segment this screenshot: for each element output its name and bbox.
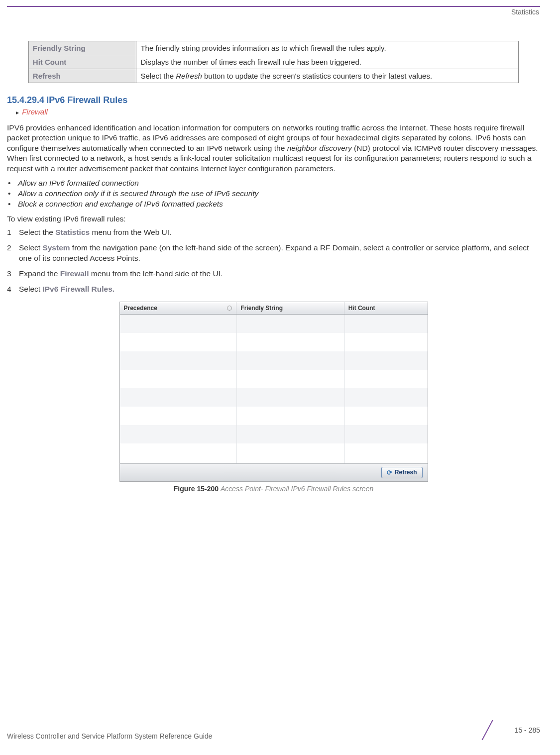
table-row <box>120 370 428 388</box>
step-number: 2 <box>7 243 11 253</box>
breadcrumb-label: Firewall <box>22 108 48 116</box>
definition-table: Friendly String The friendly string prov… <box>28 41 519 83</box>
table-row: Friendly String The friendly string prov… <box>28 41 518 55</box>
table-row: Refresh Select the Refresh button to upd… <box>28 69 518 83</box>
refresh-icon: ⟳ <box>387 469 392 476</box>
list-item: 3 Expand the Firewall menu from the left… <box>7 269 540 279</box>
list-item: Block a connection and exchange of IPv6 … <box>7 200 540 209</box>
bullet-list: Allow an IPv6 formatted connection Allow… <box>7 179 540 209</box>
column-label: Friendly String <box>240 305 283 312</box>
para-em: neighbor discovery <box>287 144 352 152</box>
list-item: 1 Select the Statistics menu from the We… <box>7 227 540 238</box>
grid-header: Precedence Friendly String Hit Count <box>120 302 428 315</box>
step-text: Select <box>19 243 42 252</box>
desc-text: button to update the screen's statistics… <box>202 72 432 80</box>
step-strong: Statistics <box>55 228 90 236</box>
term-cell: Refresh <box>28 69 136 83</box>
list-item: Allow an IPv6 formatted connection <box>7 179 540 188</box>
figure-label: Figure 15-200 <box>174 485 219 493</box>
sort-asc-icon[interactable] <box>227 306 232 311</box>
list-item: Allow a connection only if it is secured… <box>7 189 540 198</box>
grid-footer: ⟳ Refresh <box>120 464 428 481</box>
desc-cell: The friendly string provides information… <box>136 41 519 55</box>
screenshot-panel: Precedence Friendly String Hit Count ⟳ R… <box>119 302 428 482</box>
step-strong: System <box>42 243 70 252</box>
section-heading: 15.4.29.4 IPv6 Firewall Rules <box>7 95 540 106</box>
step-text: menu from the Web UI. <box>90 228 171 236</box>
breadcrumb[interactable]: Firewall <box>16 108 540 116</box>
term-cell: Hit Count <box>28 55 136 69</box>
table-row: Hit Count Displays the number of times e… <box>28 55 518 69</box>
table-row <box>120 407 428 425</box>
step-text: menu from the left-hand side of the UI. <box>89 269 223 278</box>
figure-caption: Figure 15-200 Access Point- Firewall IPv… <box>7 485 540 493</box>
page-header-section: Statistics <box>7 8 540 16</box>
page-number: 15 - 285 <box>515 726 540 734</box>
section-title: IPv6 Firewall Rules <box>46 95 127 105</box>
column-header-hit-count[interactable]: Hit Count <box>344 302 428 314</box>
footer-slash-icon <box>480 720 509 740</box>
step-number: 4 <box>7 284 11 295</box>
step-strong: Firewall <box>60 269 89 278</box>
table-row <box>120 351 428 370</box>
desc-text: Select the <box>140 72 176 80</box>
section-number: 15.4.29.4 <box>7 95 44 105</box>
table-row <box>120 388 428 407</box>
column-separator <box>236 315 237 463</box>
table-row <box>120 443 428 462</box>
refresh-label: Refresh <box>395 469 417 476</box>
step-text: Select the <box>19 228 55 236</box>
step-number: 1 <box>7 227 11 238</box>
desc-em: Refresh <box>176 72 202 80</box>
lead-text: To view existing IPv6 firewall rules: <box>7 215 540 223</box>
table-row <box>120 333 428 351</box>
step-list: 1 Select the Statistics menu from the We… <box>7 227 540 295</box>
step-number: 3 <box>7 269 11 279</box>
column-header-precedence[interactable]: Precedence <box>120 302 237 314</box>
refresh-button[interactable]: ⟳ Refresh <box>381 467 423 478</box>
desc-cell: Select the Refresh button to update the … <box>136 69 519 83</box>
term-cell: Friendly String <box>28 41 136 55</box>
page-footer: Wireless Controller and Service Platform… <box>7 720 540 740</box>
column-separator <box>344 315 345 463</box>
intro-paragraph: IPV6 provides enhanced identification an… <box>7 123 540 174</box>
figure-title: Access Point- Firewall IPv6 Firewall Rul… <box>221 485 373 493</box>
column-label: Precedence <box>124 305 157 312</box>
footer-doc-title: Wireless Controller and Service Platform… <box>7 732 212 740</box>
step-text: Select <box>19 285 42 293</box>
column-header-friendly-string[interactable]: Friendly String <box>236 302 344 314</box>
list-item: 2 Select System from the navigation pane… <box>7 243 540 264</box>
desc-cell: Displays the number of times each firewa… <box>136 55 519 69</box>
column-label: Hit Count <box>348 305 375 312</box>
table-row <box>120 425 428 443</box>
top-divider <box>7 6 540 7</box>
step-text: Expand the <box>19 269 60 278</box>
grid-body <box>120 315 428 464</box>
list-item: 4 Select IPv6 Firewall Rules. <box>7 284 540 295</box>
table-row <box>120 315 428 333</box>
step-text: from the navigation pane (on the left-ha… <box>19 243 529 262</box>
step-strong: IPv6 Firewall Rules. <box>42 285 114 293</box>
